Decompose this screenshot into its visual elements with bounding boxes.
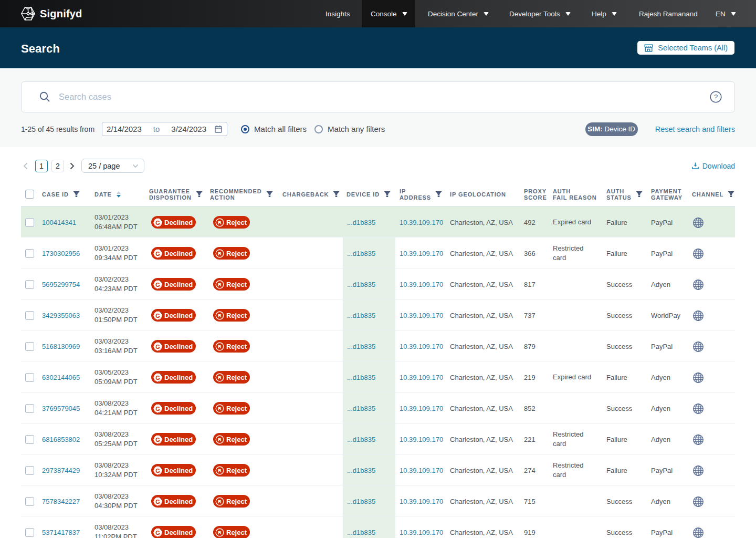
- svg-text:R: R: [218, 467, 222, 473]
- svg-text:R: R: [218, 374, 222, 380]
- svg-text:R: R: [218, 250, 222, 256]
- svg-text:R: R: [218, 436, 222, 442]
- svg-text:R: R: [218, 219, 222, 225]
- svg-text:R: R: [218, 281, 222, 287]
- svg-text:G: G: [155, 436, 160, 442]
- svg-text:G: G: [155, 529, 160, 535]
- svg-text:G: G: [155, 467, 160, 473]
- svg-text:G: G: [155, 343, 160, 349]
- svg-text:G: G: [155, 281, 160, 287]
- svg-text:?: ?: [714, 93, 718, 101]
- svg-text:R: R: [218, 529, 222, 535]
- svg-text:G: G: [155, 219, 160, 225]
- svg-text:R: R: [218, 405, 222, 411]
- svg-text:R: R: [218, 498, 222, 504]
- svg-text:G: G: [155, 374, 160, 380]
- svg-text:G: G: [155, 312, 160, 318]
- svg-text:R: R: [218, 343, 222, 349]
- svg-text:G: G: [155, 405, 160, 411]
- svg-text:G: G: [155, 498, 160, 504]
- svg-text:G: G: [155, 250, 160, 256]
- svg-text:R: R: [218, 312, 222, 318]
